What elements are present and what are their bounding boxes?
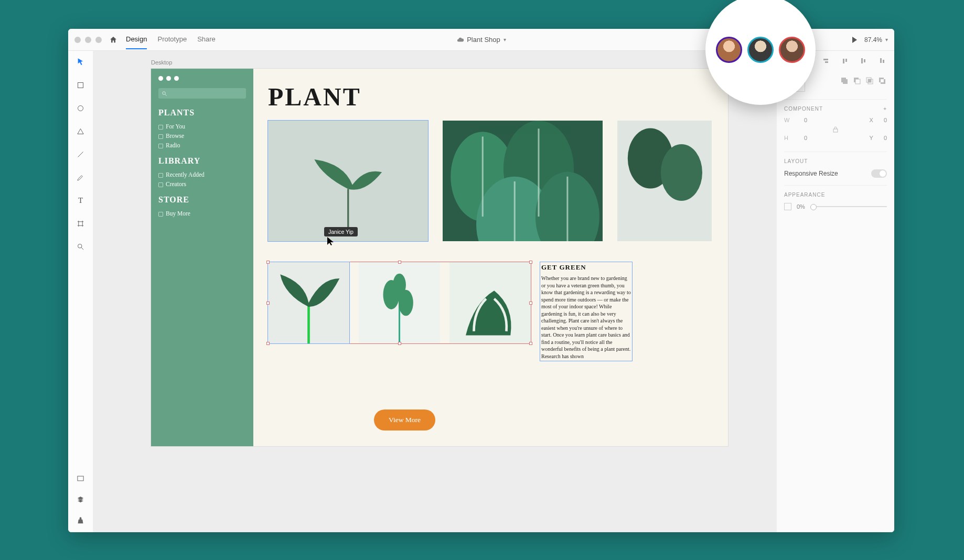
rectangle-tool-icon[interactable] xyxy=(75,79,87,91)
svg-point-6 xyxy=(163,91,166,94)
dim-h-value[interactable]: 0 xyxy=(804,135,807,141)
sidebar-item: Browse xyxy=(158,131,246,141)
align-top-icon[interactable] xyxy=(840,56,850,66)
dim-h-label: H xyxy=(784,135,794,141)
exclude-icon[interactable] xyxy=(877,76,887,85)
design-main: PLANT xyxy=(253,69,728,446)
svg-rect-21 xyxy=(843,79,848,84)
tab-prototype[interactable]: Prototype xyxy=(157,30,187,49)
line-tool-icon[interactable] xyxy=(75,148,87,160)
dim-y-value[interactable]: 0 xyxy=(884,135,887,141)
canvas[interactable]: Desktop PLANTS For You Browse Radio LIBR… xyxy=(93,51,776,532)
opacity-checkbox[interactable] xyxy=(784,203,791,210)
sidebar-item: Buy More xyxy=(158,209,246,218)
plant-illustration xyxy=(617,121,712,215)
view-more-button[interactable]: View More xyxy=(374,410,435,430)
plant-illustration xyxy=(292,151,404,235)
union-icon[interactable] xyxy=(840,76,849,85)
sidebar-heading-library: LIBRARY xyxy=(158,156,246,166)
svg-rect-29 xyxy=(881,79,884,82)
sidebar-heading-store: STORE xyxy=(158,195,246,204)
svg-line-2 xyxy=(78,152,83,157)
gallery-row-top xyxy=(268,121,713,241)
search-icon xyxy=(162,91,167,96)
opacity-value[interactable]: 0% xyxy=(797,203,805,210)
plant-illustration xyxy=(443,121,603,241)
svg-rect-23 xyxy=(855,79,860,84)
window-controls[interactable] xyxy=(74,37,102,43)
ellipse-tool-icon[interactable] xyxy=(75,102,87,114)
artboard-desktop[interactable]: PLANTS For You Browse Radio LIBRARY Rece… xyxy=(151,69,728,446)
collaborator-avatar[interactable] xyxy=(779,37,805,63)
article-heading: GET GREEN xyxy=(541,263,631,272)
layout-label: LAYOUT xyxy=(784,158,808,164)
article-body: Whether you are brand new to gardening o… xyxy=(541,275,631,360)
component-section: COMPONENT + W 0 X 0 H 0 Y 0 xyxy=(784,99,887,144)
pen-tool-icon[interactable] xyxy=(75,171,87,183)
responsive-resize-label: Responsive Resize xyxy=(784,170,838,177)
collaborator-avatar[interactable] xyxy=(716,37,742,63)
selected-group[interactable] xyxy=(268,262,531,343)
artboard-label[interactable]: Desktop xyxy=(151,59,172,66)
dim-x-label: X xyxy=(870,117,873,123)
opacity-slider[interactable] xyxy=(810,206,887,207)
svg-rect-0 xyxy=(78,82,83,88)
gallery-image[interactable] xyxy=(449,262,531,343)
text-tool-icon[interactable]: T xyxy=(75,195,87,206)
zoom-value: 87.4% xyxy=(864,36,882,44)
zoom-tool-icon[interactable] xyxy=(75,241,87,252)
align-right-icon[interactable] xyxy=(821,56,831,66)
gallery-image[interactable] xyxy=(359,262,440,343)
svg-point-3 xyxy=(78,244,82,248)
artboard-tool-icon[interactable] xyxy=(75,218,87,229)
svg-rect-30 xyxy=(833,129,838,132)
minimize-dot[interactable] xyxy=(85,37,91,43)
plugins-icon[interactable] xyxy=(75,514,87,526)
add-component-icon[interactable]: + xyxy=(883,106,887,112)
design-search xyxy=(158,88,246,99)
tab-share[interactable]: Share xyxy=(197,30,216,49)
maximize-dot[interactable] xyxy=(95,37,102,43)
tab-design[interactable]: Design xyxy=(126,30,147,49)
sidebar-item: Radio xyxy=(158,141,246,150)
gallery-image[interactable] xyxy=(443,121,603,241)
svg-point-16 xyxy=(393,274,406,296)
document-title[interactable]: Plant Shop ▾ xyxy=(456,36,506,44)
appearance-section: APPEARANCE 0% xyxy=(784,185,887,210)
polygon-tool-icon[interactable] xyxy=(75,125,87,137)
assets-icon[interactable] xyxy=(75,472,87,484)
layers-icon[interactable] xyxy=(75,493,87,505)
window-dots xyxy=(158,76,246,81)
subtract-icon[interactable] xyxy=(852,76,862,85)
gallery-image[interactable] xyxy=(617,121,712,241)
page-title: PLANT xyxy=(268,82,713,111)
zoom-control[interactable]: 87.4% ▾ xyxy=(864,36,888,44)
intersect-icon[interactable] xyxy=(865,76,874,85)
mode-tabs: Design Prototype Share xyxy=(126,30,216,49)
close-dot[interactable] xyxy=(74,37,81,43)
dim-w-value[interactable]: 0 xyxy=(804,117,807,123)
sidebar-heading-plants: PLANTS xyxy=(158,108,246,117)
svg-line-7 xyxy=(165,94,167,95)
sidebar-item: Recently Added xyxy=(158,170,246,179)
document-name: Plant Shop xyxy=(467,36,500,44)
align-middle-icon[interactable] xyxy=(859,56,868,66)
article-text-block[interactable]: GET GREEN Whether you are brand new to g… xyxy=(540,262,632,361)
dim-w-label: W xyxy=(784,117,794,123)
component-label: COMPONENT xyxy=(784,106,823,112)
home-icon[interactable] xyxy=(108,35,119,45)
responsive-resize-toggle[interactable] xyxy=(871,169,887,178)
collaborator-avatar[interactable] xyxy=(747,37,774,63)
gallery-row-bottom-wrap: GET GREEN Whether you are brand new to g… xyxy=(268,262,713,361)
tool-strip: T xyxy=(68,51,93,532)
appearance-label: APPEARANCE xyxy=(784,192,825,198)
gallery-image[interactable] xyxy=(268,262,349,343)
lock-icon[interactable] xyxy=(832,126,839,133)
play-icon[interactable] xyxy=(852,37,857,43)
align-bottom-icon[interactable] xyxy=(877,56,887,66)
dim-x-value[interactable]: 0 xyxy=(884,117,887,123)
gallery-image[interactable] xyxy=(268,121,428,241)
select-tool-icon[interactable] xyxy=(75,56,87,68)
cloud-icon xyxy=(456,36,464,44)
dim-y-label: Y xyxy=(870,135,873,141)
